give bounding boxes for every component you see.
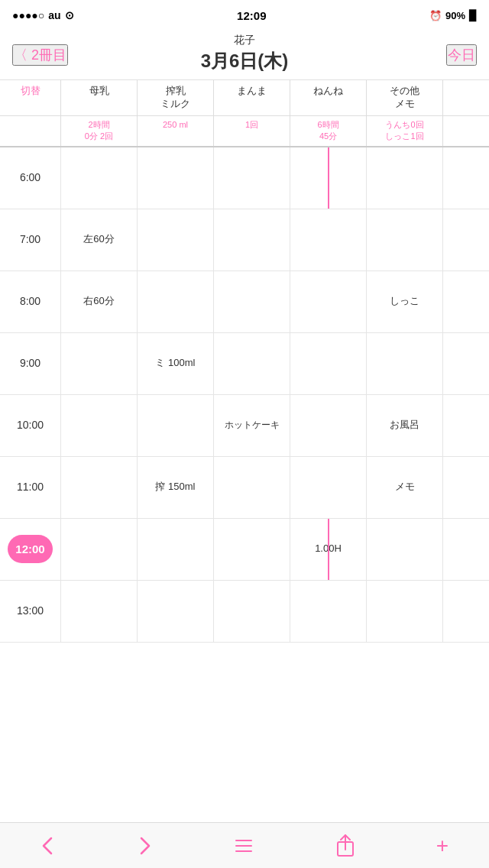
shibori-1000[interactable]: [138, 395, 214, 456]
header-top-row: 切替 母乳 搾乳ミルク まんま ねんね その他メモ: [0, 80, 489, 116]
status-bar: ●●●●○ au ⊙ 12:09 ⏰ 90% ▉: [0, 0, 489, 31]
prev-button[interactable]: [28, 829, 68, 863]
column-headers: 切替 母乳 搾乳ミルク まんま ねんね その他メモ 2時間0分 2回 250 m…: [0, 80, 489, 147]
manma-900[interactable]: [214, 333, 290, 394]
memo-800[interactable]: しっこ: [367, 271, 443, 332]
time-label-1300: 13:00: [0, 581, 61, 642]
toolbar: +: [0, 822, 489, 868]
memo-900[interactable]: [367, 333, 443, 394]
bonyuu-1100[interactable]: [61, 457, 138, 518]
wifi-icon: ⊙: [65, 9, 74, 21]
today-button[interactable]: 今日: [446, 44, 477, 66]
next-button[interactable]: [125, 829, 164, 863]
battery-label: 90%: [445, 10, 465, 21]
shibori-800[interactable]: [138, 271, 214, 332]
summary-switch: [0, 116, 61, 146]
nenne-700[interactable]: [290, 209, 367, 270]
nav-header: 〈 2冊目 花子 3月6日(木) 今日: [0, 31, 489, 80]
summary-bonyuu: 2時間0分 2回: [61, 116, 138, 146]
bonyuu-900[interactable]: [61, 333, 138, 394]
time-label-600: 6:00: [0, 147, 61, 209]
col-memo: その他メモ: [367, 80, 443, 115]
col-manma: まんま: [214, 80, 290, 115]
shibori-700[interactable]: [138, 209, 214, 270]
memo-700[interactable]: [367, 209, 443, 270]
shibori-1300[interactable]: [138, 581, 214, 642]
shibori-600[interactable]: [138, 147, 214, 209]
table-row: 13:00: [0, 581, 489, 643]
bonyuu-1200[interactable]: [61, 519, 138, 580]
manma-800[interactable]: [214, 271, 290, 332]
bonyuu-1300[interactable]: [61, 581, 138, 642]
patient-name: 花子: [12, 34, 477, 47]
time-label-800: 8:00: [0, 271, 61, 332]
manma-1000[interactable]: ホットケーキ: [214, 395, 290, 456]
summary-memo: うんち0回しっこ1回: [367, 116, 443, 146]
table-row: 6:00: [0, 147, 489, 209]
shibori-1100[interactable]: 搾 150ml: [138, 457, 214, 518]
summary-row: 2時間0分 2回 250 ml 1回 6時間45分 うんち0回しっこ1回: [0, 116, 489, 147]
time-label-700: 7:00: [0, 209, 61, 270]
nenne-1100[interactable]: [290, 457, 367, 518]
shibori-1200[interactable]: [138, 519, 214, 580]
col-switch: 切替: [0, 80, 61, 115]
summary-nenne: 6時間45分: [290, 116, 367, 146]
table-row: 8:00 右60分 しっこ: [0, 271, 489, 333]
add-button[interactable]: +: [424, 828, 461, 864]
time-label-1000: 10:00: [0, 395, 61, 456]
col-bonyuu: 母乳: [61, 80, 138, 115]
table-row: 7:00 左60分: [0, 209, 489, 271]
manma-600[interactable]: [214, 147, 290, 209]
manma-1200[interactable]: [214, 519, 290, 580]
current-time-bubble: 12:00: [8, 535, 52, 563]
table-row: 12:00 1.00H: [0, 519, 489, 581]
manma-1300[interactable]: [214, 581, 290, 642]
alarm-icon: ⏰: [429, 10, 442, 21]
share-button[interactable]: [323, 828, 368, 863]
time-grid: 6:00 7:00 左60分 8:00 右60分 しっこ 9:00 ミ 100m…: [0, 147, 489, 643]
summary-manma: 1回: [214, 116, 290, 146]
time-label-900: 9:00: [0, 333, 61, 394]
memo-1000[interactable]: お風呂: [367, 395, 443, 456]
table-row: 11:00 搾 150ml メモ: [0, 457, 489, 519]
col-nenne: ねんね: [290, 80, 367, 115]
battery-icon: ▉: [469, 10, 477, 21]
carrier-label: au: [48, 9, 60, 21]
signal-dots: ●●●●○: [12, 9, 44, 21]
nenne-800[interactable]: [290, 271, 367, 332]
nenne-600[interactable]: [290, 147, 367, 209]
back-button[interactable]: 〈 2冊目: [12, 44, 68, 66]
nenne-1200[interactable]: 1.00H: [290, 519, 367, 580]
bonyuu-700[interactable]: 左60分: [61, 209, 138, 270]
manma-1100[interactable]: [214, 457, 290, 518]
status-right: ⏰ 90% ▉: [429, 10, 477, 21]
manma-700[interactable]: [214, 209, 290, 270]
summary-shibori: 250 ml: [138, 116, 214, 146]
bonyuu-1000[interactable]: [61, 395, 138, 456]
bonyuu-800[interactable]: 右60分: [61, 271, 138, 332]
time-label-1100: 11:00: [0, 457, 61, 518]
nenne-1300[interactable]: [290, 581, 367, 642]
memo-1100[interactable]: メモ: [367, 457, 443, 518]
table-row: 9:00 ミ 100ml: [0, 333, 489, 395]
memo-600[interactable]: [367, 147, 443, 209]
table-row: 10:00 ホットケーキ お風呂: [0, 395, 489, 457]
col-shibori: 搾乳ミルク: [138, 80, 214, 115]
memo-1200[interactable]: [367, 519, 443, 580]
nenne-1000[interactable]: [290, 395, 367, 456]
time-label-1200: 12:00: [0, 519, 61, 580]
shibori-900[interactable]: ミ 100ml: [138, 333, 214, 394]
list-button[interactable]: [221, 831, 267, 861]
nenne-900[interactable]: [290, 333, 367, 394]
status-time: 12:09: [237, 9, 266, 22]
memo-1300[interactable]: [367, 581, 443, 642]
bonyuu-600[interactable]: [61, 147, 138, 209]
status-left: ●●●●○ au ⊙: [12, 9, 74, 21]
date-title: 3月6日(木): [12, 49, 477, 73]
